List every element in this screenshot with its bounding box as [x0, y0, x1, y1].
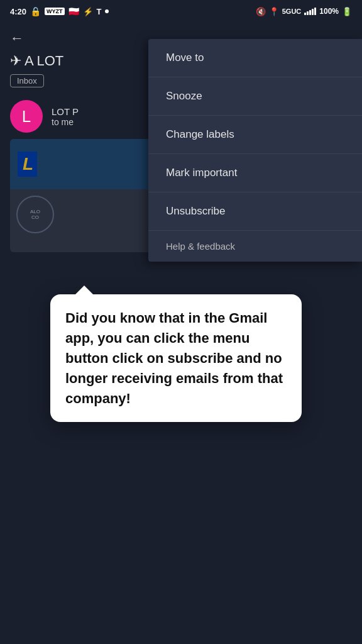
help-feedback-item[interactable]: Help & feedback [148, 231, 362, 262]
location-icon: 🔒 [30, 6, 41, 16]
menu-item-change-labels[interactable]: Change labels [148, 116, 362, 154]
inbox-tag[interactable]: Inbox [10, 74, 44, 87]
back-button[interactable]: ← [10, 30, 24, 47]
notification-dot [105, 9, 109, 13]
battery-label: 100% [319, 7, 339, 16]
tesla-icon: T [97, 7, 102, 16]
flag-icon: 🇵🇱 [69, 6, 79, 16]
lot-logo: L [18, 152, 37, 177]
battery-icon: 🔋 [342, 7, 352, 16]
tooltip-bubble: Did you know that in the Gmail app, you … [50, 294, 302, 422]
menu-item-mark-important[interactable]: Mark important [148, 154, 362, 192]
dropdown-menu: Move to Snooze Change labels Mark import… [148, 39, 362, 262]
signal-bars [304, 8, 316, 15]
tooltip-text: Did you know that in the Gmail app, you … [65, 308, 287, 408]
time-display: 4:20 [10, 7, 26, 16]
sender-info: LOT P to me [52, 106, 79, 127]
avatar: L [10, 100, 43, 133]
mute-icon: 🔇 [256, 7, 266, 16]
carrier-badge: WYZT [45, 8, 65, 15]
network-label: 5GUC [282, 8, 302, 15]
lightning-icon: ⚡ [83, 7, 93, 16]
subject-text: ✈ A LOT [10, 53, 63, 69]
menu-item-snooze[interactable]: Snooze [148, 77, 362, 116]
status-right: 🔇 📍 5GUC 100% 🔋 [256, 7, 352, 16]
status-left: 4:20 🔒 WYZT 🇵🇱 ⚡ T [10, 6, 109, 16]
to-label: to me [52, 117, 79, 127]
circle-badge: ALO CO [16, 196, 54, 233]
menu-item-move-to[interactable]: Move to [148, 39, 362, 77]
location-pin-icon: 📍 [269, 7, 279, 16]
menu-item-unsubscribe[interactable]: Unsubscribe [148, 192, 362, 231]
status-bar: 4:20 🔒 WYZT 🇵🇱 ⚡ T 🔇 📍 5GUC 100% 🔋 [0, 0, 362, 23]
sender-name: LOT P [52, 106, 79, 117]
